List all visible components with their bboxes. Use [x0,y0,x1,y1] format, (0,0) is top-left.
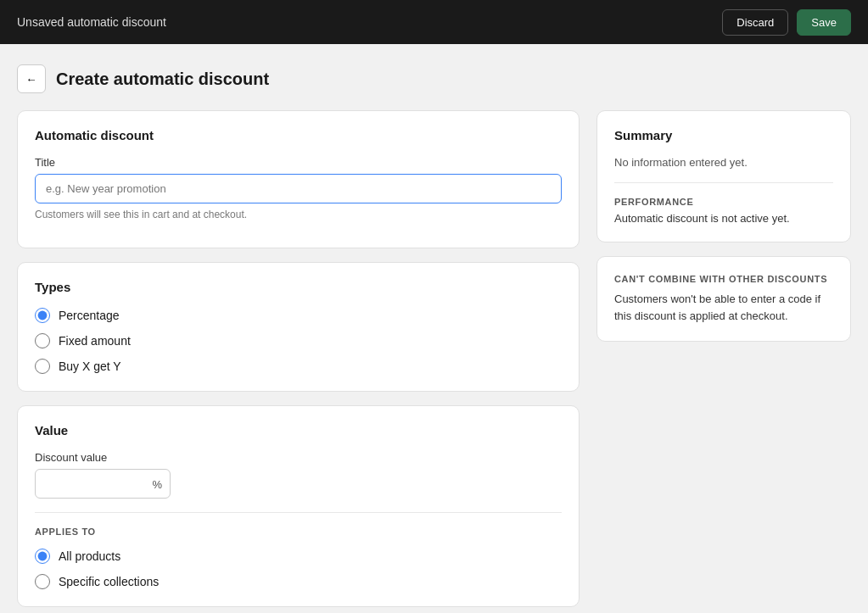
title-input[interactable] [35,174,562,203]
applies-all-products-radio[interactable] [35,549,50,564]
applies-all-products-label: All products [59,549,120,563]
topbar-title: Unsaved automatic discount [17,15,166,29]
back-button[interactable]: ← [17,64,46,93]
discount-value-input[interactable] [35,469,171,499]
page-container: ← Create automatic discount Automatic di… [0,44,868,613]
type-percentage-radio[interactable] [35,308,50,323]
topbar: Unsaved automatic discount Discard Save [0,0,868,44]
summary-no-info: No information entered yet. [614,156,833,169]
discard-button[interactable]: Discard [722,9,788,36]
types-title: Types [35,280,562,294]
applies-to-heading: APPLIES TO [35,527,562,537]
automatic-discount-title: Automatic discount [35,128,562,142]
type-buy-x-get-y-radio[interactable] [35,359,50,374]
content-area: Automatic discount Title Customers will … [17,110,851,607]
type-buy-x-get-y-label: Buy X get Y [59,359,121,373]
type-fixed-amount-radio[interactable] [35,333,50,348]
page-header: ← Create automatic discount [17,64,851,93]
title-label: Title [35,156,562,169]
performance-heading: PERFORMANCE [614,197,833,207]
type-fixed-amount-item[interactable]: Fixed amount [35,333,562,348]
cant-combine-card: CAN'T COMBINE WITH OTHER DISCOUNTS Custo… [596,256,851,342]
discount-value-wrapper: % [35,469,171,499]
applies-specific-collections-item[interactable]: Specific collections [35,574,562,589]
value-card: Value Discount value % APPLIES TO All pr… [17,405,580,607]
applies-to-radio-group: All products Specific collections [35,549,562,589]
automatic-discount-card: Automatic discount Title Customers will … [17,110,580,248]
discount-value-label: Discount value [35,451,562,464]
topbar-actions: Discard Save [722,9,851,36]
save-button[interactable]: Save [797,9,851,36]
page-title: Create automatic discount [56,70,269,89]
discount-value-form-group: Discount value % [35,451,562,499]
applies-specific-collections-label: Specific collections [59,575,159,588]
title-hint: Customers will see this in cart and at c… [35,209,562,220]
card-divider [35,512,562,513]
type-percentage-item[interactable]: Percentage [35,308,562,323]
title-form-group: Title Customers will see this in cart an… [35,156,562,220]
right-column: Summary No information entered yet. PERF… [596,110,851,342]
type-fixed-amount-label: Fixed amount [59,334,131,348]
cant-combine-text: Customers won't be able to enter a code … [614,291,833,324]
applies-all-products-item[interactable]: All products [35,549,562,564]
types-card: Types Percentage Fixed amount Buy X get … [17,262,580,392]
summary-card: Summary No information entered yet. PERF… [596,110,851,242]
type-buy-x-get-y-item[interactable]: Buy X get Y [35,359,562,374]
type-percentage-label: Percentage [59,309,120,322]
applies-specific-collections-radio[interactable] [35,574,50,589]
summary-divider [614,182,833,183]
types-radio-group: Percentage Fixed amount Buy X get Y [35,308,562,374]
left-column: Automatic discount Title Customers will … [17,110,580,607]
cant-combine-title: CAN'T COMBINE WITH OTHER DISCOUNTS [614,274,833,284]
back-icon: ← [25,73,36,86]
summary-title: Summary [614,128,833,142]
performance-text: Automatic discount is not active yet. [614,212,833,225]
value-title: Value [35,423,562,437]
